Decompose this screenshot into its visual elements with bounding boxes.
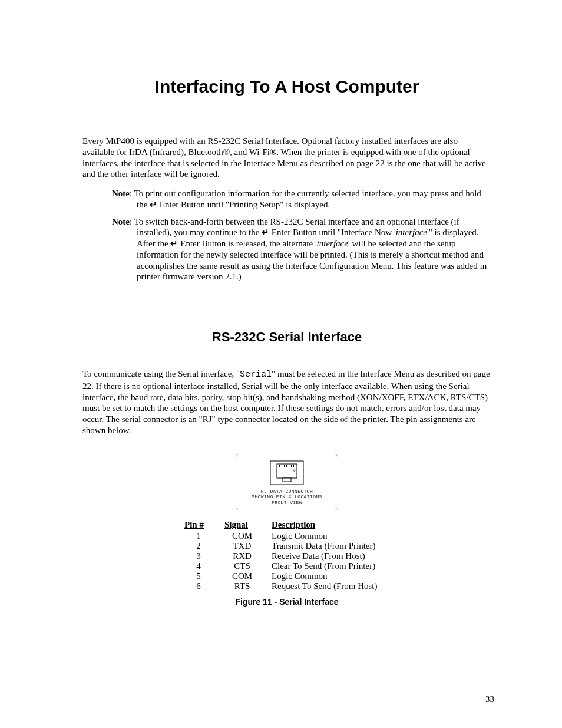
connector-figure: 6 RJ DATA CONNECTOR SHOWING PIN # LOCATI… <box>236 454 338 511</box>
figure-caption: Figure 11 - Serial Interface <box>82 597 491 607</box>
table-row: 4CTSClear To Send (From Printer) <box>178 561 395 571</box>
table-row: 3RXDReceive Data (From Host) <box>178 551 395 561</box>
pin-table-body: 1COMLogic Common2TXDTransmit Data (From … <box>178 531 395 591</box>
cell-signal: RXD <box>219 551 266 561</box>
note-italic: interface <box>396 228 427 237</box>
note-text: Enter Button until "Printing Setup" is d… <box>157 200 330 209</box>
cell-signal: COM <box>219 571 266 581</box>
note-2: Note: To switch back-and-forth between t… <box>100 216 491 283</box>
cell-signal: CTS <box>219 561 266 571</box>
table-header-row: Pin # Signal Description <box>178 520 395 531</box>
header-pin: Pin # <box>178 520 219 531</box>
svg-rect-6 <box>289 465 289 467</box>
table-row: 5COMLogic Common <box>178 571 395 581</box>
note-1: Note: To print out configuration informa… <box>100 188 491 210</box>
svg-text:6: 6 <box>293 469 296 473</box>
svg-rect-2 <box>279 465 280 467</box>
connector-label-2: SHOWING PIN # LOCATIONS <box>241 494 333 500</box>
note-text: Enter Button until "Interface Now ' <box>269 228 396 237</box>
svg-rect-4 <box>284 465 285 467</box>
svg-rect-3 <box>282 465 282 467</box>
cell-description: Request To Send (From Host) <box>266 581 395 591</box>
cell-pin: 5 <box>178 571 219 581</box>
serial-text: To communicate using the Serial interfac… <box>82 369 240 378</box>
header-signal: Signal <box>219 520 266 531</box>
pin-table: Pin # Signal Description 1COMLogic Commo… <box>178 520 395 591</box>
cell-signal: RTS <box>219 581 266 591</box>
svg-rect-10 <box>283 478 291 482</box>
svg-rect-7 <box>291 465 292 467</box>
cell-signal: COM <box>219 531 266 541</box>
svg-rect-5 <box>286 465 287 467</box>
cell-signal: TXD <box>219 541 266 551</box>
connector-diagram: 6 RJ DATA CONNECTOR SHOWING PIN # LOCATI… <box>236 454 338 511</box>
header-description: Description <box>266 520 395 531</box>
document-page: Interfacing To A Host Computer Every MtP… <box>0 0 562 728</box>
serial-paragraph: To communicate using the Serial interfac… <box>82 368 491 436</box>
section-heading: RS-232C Serial Interface <box>82 330 491 345</box>
cell-description: Transmit Data (From Printer) <box>266 541 395 551</box>
note-label: Note <box>112 217 130 226</box>
cell-pin: 6 <box>178 581 219 591</box>
page-title: Interfacing To A Host Computer <box>82 77 491 97</box>
note-text: Enter Button is released, the alternate … <box>178 239 316 248</box>
note-italic: interface <box>317 239 348 248</box>
connector-label-1: RJ DATA CONNECTOR <box>241 489 333 495</box>
table-row: 1COMLogic Common <box>178 531 395 541</box>
connector-label-3: FRONT-VIEW <box>241 500 333 506</box>
rj-connector-icon: 6 <box>270 460 304 485</box>
cell-description: Receive Data (From Host) <box>266 551 395 561</box>
serial-text: " must be selected in the Interface Menu… <box>82 369 490 435</box>
cell-description: Logic Common <box>266 531 395 541</box>
cell-description: Logic Common <box>266 571 395 581</box>
cell-pin: 1 <box>178 531 219 541</box>
note-label: Note <box>112 189 130 198</box>
intro-paragraph: Every MtP400 is equipped with an RS-232C… <box>82 136 491 180</box>
enter-icon: ↵ <box>150 199 157 209</box>
svg-rect-8 <box>293 465 294 467</box>
page-number: 33 <box>485 694 494 704</box>
serial-mono: Serial <box>240 370 272 380</box>
enter-icon: ↵ <box>262 227 269 237</box>
cell-pin: 4 <box>178 561 219 571</box>
table-row: 6RTSRequest To Send (From Host) <box>178 581 395 591</box>
enter-icon: ↵ <box>170 238 178 248</box>
cell-pin: 3 <box>178 551 219 561</box>
cell-description: Clear To Send (From Printer) <box>266 561 395 571</box>
table-row: 2TXDTransmit Data (From Printer) <box>178 541 395 551</box>
cell-pin: 2 <box>178 541 219 551</box>
